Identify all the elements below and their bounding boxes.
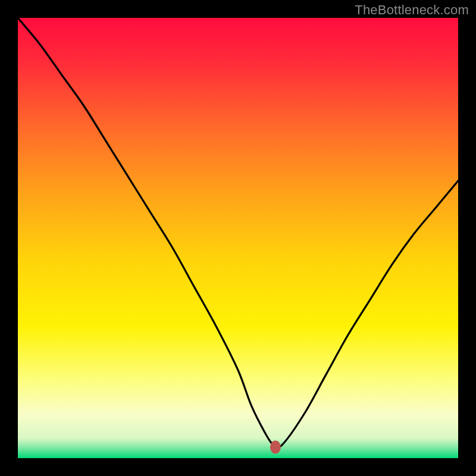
optimal-point-marker <box>270 441 281 454</box>
plot-background <box>18 18 458 458</box>
bottleneck-chart <box>0 0 476 476</box>
watermark-text: TheBottleneck.com <box>355 2 469 18</box>
chart-frame: TheBottleneck.com <box>0 0 476 476</box>
